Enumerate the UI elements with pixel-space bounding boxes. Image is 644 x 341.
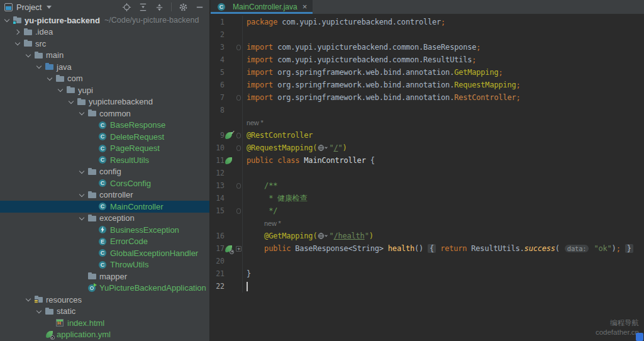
tree-item-index-html[interactable]: Hindex.html [0, 317, 209, 329]
url-globe-dropdown-icon[interactable] [318, 232, 328, 240]
code-vision-text[interactable]: new * [264, 220, 281, 227]
code-text[interactable]: @RestController [243, 131, 313, 140]
spring-bean-icon[interactable] [224, 156, 234, 165]
token-kw: return [440, 244, 471, 253]
code-text[interactable]: import com.yupi.yupicturebackend.common.… [243, 55, 476, 64]
expand-all-icon[interactable] [138, 3, 148, 12]
code-text[interactable]: } [243, 269, 251, 278]
code-text[interactable]: import org.springframework.web.bind.anno… [243, 93, 521, 102]
chevron-down-icon[interactable] [56, 84, 65, 96]
code-text[interactable]: public class MainController { [243, 156, 375, 165]
tree-item-java[interactable]: java [0, 61, 209, 73]
fold-collapse-icon[interactable] [235, 41, 243, 53]
tree-item-globalexceptionhandler[interactable]: CGlobalExceptionHandler [0, 247, 209, 259]
chevron-down-icon[interactable] [47, 6, 52, 9]
tree-item-yupicturebackend[interactable]: yupicturebackend [0, 96, 209, 108]
settings-gear-icon[interactable] [179, 3, 188, 12]
chevron-down-icon[interactable] [35, 306, 44, 317]
tree-item-corsconfig[interactable]: CCorsConfig [0, 177, 209, 189]
select-opened-file-icon[interactable] [122, 3, 131, 12]
fold-collapse-icon[interactable] [235, 91, 243, 104]
fold-expand-icon[interactable]: + [235, 242, 243, 255]
tab-maincontroller-java[interactable]: C MainController.java × [211, 0, 313, 14]
code-vision-inlay[interactable]: new * [243, 219, 281, 228]
close-tab-icon[interactable]: × [303, 3, 308, 11]
code-text[interactable]: import org.springframework.web.bind.anno… [243, 68, 502, 77]
fold-collapse-icon[interactable] [235, 204, 243, 217]
fold-collapse-icon[interactable] [235, 179, 243, 192]
tree-item-pagerequest[interactable]: CPageRequest [0, 143, 209, 155]
chevron-right-icon[interactable] [13, 26, 23, 38]
tree-item-resultutils[interactable]: CResultUtils [0, 154, 209, 166]
code-text[interactable]: /** [243, 181, 277, 190]
tree-item-maincontroller[interactable]: CMainController [0, 201, 209, 213]
tree-item-yupicturebackendapplication[interactable]: YuPictureBackendApplication [0, 282, 209, 294]
tree-item-businessexception[interactable]: BusinessException [0, 224, 209, 236]
url-globe-dropdown-icon[interactable] [318, 144, 328, 152]
tree-item-controller[interactable]: controller [0, 189, 209, 201]
chevron-down-icon[interactable] [77, 108, 87, 119]
tree-item-exception[interactable]: exception [0, 213, 209, 225]
token-pl: org.springframework.web.bind.annotation. [277, 93, 454, 102]
code-text[interactable]: @GetMapping("/health") [243, 232, 374, 240]
tree-item-throwutils[interactable]: CThrowUtils [0, 259, 209, 271]
code-text[interactable]: public BaseResponse<String> health() { r… [243, 244, 633, 253]
tree-item-label: ResultUtils [110, 155, 149, 165]
chevron-down-icon[interactable] [67, 96, 76, 108]
tree-item-config[interactable]: config [0, 166, 209, 178]
fold-collapse-icon[interactable] [235, 142, 243, 154]
collapse-all-icon[interactable] [155, 3, 164, 12]
tree-item-application-yml[interactable]: application.yml [0, 329, 209, 341]
token-link: / [333, 143, 338, 152]
code-text[interactable] [243, 282, 248, 291]
tree-item-mapper[interactable]: mapper [0, 271, 209, 282]
tree-item-main[interactable]: main [0, 50, 209, 62]
token-foldchip: } [625, 244, 633, 253]
chevron-down-icon[interactable] [45, 73, 55, 84]
chevron-down-icon[interactable] [24, 294, 33, 305]
tree-item-deleterequest[interactable]: CDeleteRequest [0, 131, 209, 143]
project-panel-title[interactable]: Project [16, 3, 42, 12]
code-line-17: 17+ public BaseResponse<String> health()… [211, 242, 644, 255]
code-text[interactable]: @RequestMapping("/") [243, 143, 347, 152]
tree-item-yu-picture-backend[interactable]: yu-picture-backend~/Code/yu-picture-back… [0, 14, 209, 26]
tree-item-static[interactable]: static [0, 306, 209, 318]
chevron-down-icon[interactable] [77, 166, 87, 177]
code-vision-inlay[interactable]: new * [243, 119, 264, 126]
chevron-down-icon[interactable] [77, 189, 87, 201]
fold-spacer [235, 104, 243, 116]
code-text[interactable]: */ [243, 206, 277, 215]
tree-item-com[interactable]: com [0, 73, 209, 85]
tree-item-label: application.yml [57, 330, 111, 339]
chevron-down-icon[interactable] [24, 50, 33, 61]
token-cmt: /** [264, 181, 277, 190]
spring-endpoint-icon[interactable] [224, 244, 234, 253]
tree-item-idea[interactable]: .idea [0, 26, 209, 38]
tree-item-yupi[interactable]: yupi [0, 84, 209, 96]
code-vision-text[interactable]: new * [247, 119, 264, 126]
code-text[interactable]: import org.springframework.web.bind.anno… [243, 81, 521, 89]
code-text[interactable]: package com.yupi.yupicturebackend.contro… [243, 18, 445, 26]
fold-collapse-icon[interactable] [235, 129, 243, 142]
token-ann: ) [369, 232, 374, 240]
code-text[interactable]: * 健康检查 [243, 193, 307, 204]
tree-item-errorcode[interactable]: EErrorCode [0, 236, 209, 248]
chevron-down-icon[interactable] [13, 38, 23, 49]
tree-item-common[interactable]: common [0, 108, 209, 120]
tree-item-resources[interactable]: resources [0, 294, 209, 306]
token-mth: health [388, 244, 414, 253]
folder-icon [76, 98, 86, 106]
spring-bean-check-icon[interactable]: ✓ [224, 131, 234, 140]
chevron-down-icon[interactable] [3, 14, 12, 26]
code-line-16: 16 @GetMapping("/health") [211, 230, 644, 242]
chevron-down-icon[interactable] [77, 213, 87, 224]
hide-panel-icon[interactable] [195, 3, 204, 12]
class-icon: C [97, 155, 108, 164]
folder-icon [23, 28, 33, 36]
code-text[interactable]: import com.yupi.yupicturebackend.common.… [243, 43, 480, 52]
tree-item-src[interactable]: src [0, 38, 209, 50]
code-editor[interactable]: 1package com.yupi.yupicturebackend.contr… [211, 14, 644, 341]
chevron-down-icon[interactable] [35, 61, 44, 72]
folder-icon [44, 307, 54, 316]
tree-item-baseresponse[interactable]: CBaseResponse [0, 120, 209, 131]
